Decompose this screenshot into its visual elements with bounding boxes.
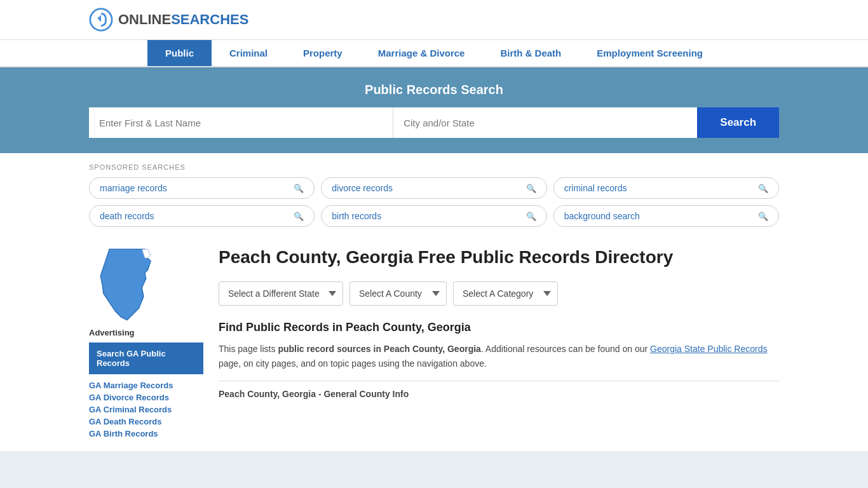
search-icon: 🔍 (526, 184, 536, 193)
main-nav: Public Criminal Property Marriage & Divo… (0, 40, 868, 67)
sidebar-ad-label: Advertising (89, 328, 203, 337)
georgia-state-link[interactable]: Georgia State Public Records (650, 344, 767, 354)
search-form: Search (89, 107, 779, 138)
sidebar-link-marriage[interactable]: GA Marriage Records (89, 381, 203, 390)
sponsored-pill-criminal[interactable]: criminal records 🔍 (553, 177, 779, 199)
sponsored-pill-background[interactable]: background search 🔍 (553, 205, 779, 227)
sidebar-link-birth[interactable]: GA Birth Records (89, 429, 203, 438)
header: ONLINESEARCHES (0, 0, 868, 40)
main-content: Advertising Search GA Public Records GA … (0, 233, 868, 451)
category-dropdown[interactable]: Select A Category (453, 281, 558, 306)
sponsored-grid: marriage records 🔍 divorce records 🔍 cri… (89, 177, 779, 227)
sponsored-pill-divorce[interactable]: divorce records 🔍 (321, 177, 546, 199)
search-banner: Public Records Search Search (0, 67, 868, 153)
sponsored-pill-death[interactable]: death records 🔍 (89, 205, 315, 227)
sponsored-pill-marriage[interactable]: marriage records 🔍 (89, 177, 315, 199)
page-content: Peach County, Georgia Free Public Record… (219, 233, 779, 451)
sponsored-label: SPONSORED SEARCHES (89, 163, 779, 171)
location-input[interactable] (393, 107, 697, 138)
logo-icon (89, 8, 113, 32)
georgia-map (89, 243, 165, 326)
search-icon: 🔍 (758, 184, 768, 193)
search-icon: 🔍 (294, 212, 304, 221)
sponsored-area: SPONSORED SEARCHES marriage records 🔍 di… (0, 153, 868, 233)
logo-text: ONLINESEARCHES (118, 11, 248, 28)
county-dropdown[interactable]: Select A County (349, 281, 447, 306)
sponsored-pill-birth[interactable]: birth records 🔍 (321, 205, 546, 227)
nav-marriage-divorce[interactable]: Marriage & Divorce (360, 40, 483, 66)
page-title: Peach County, Georgia Free Public Record… (219, 246, 779, 269)
sidebar-link-divorce[interactable]: GA Divorce Records (89, 393, 203, 402)
nav-employment[interactable]: Employment Screening (579, 40, 721, 66)
search-button[interactable]: Search (697, 107, 779, 138)
sidebar-link-criminal[interactable]: GA Criminal Records (89, 405, 203, 414)
search-icon: 🔍 (526, 212, 536, 221)
search-icon: 🔍 (294, 184, 304, 193)
search-icon: 🔍 (758, 212, 768, 221)
search-banner-title: Public Records Search (89, 83, 779, 97)
description-text: This page lists public record sources in… (219, 342, 779, 370)
state-dropdown[interactable]: Select a Different State (219, 281, 343, 306)
sidebar-ad-box[interactable]: Search GA Public Records (89, 342, 203, 374)
sidebar-link-death[interactable]: GA Death Records (89, 417, 203, 426)
nav-property[interactable]: Property (285, 40, 360, 66)
sidebar: Advertising Search GA Public Records GA … (89, 233, 203, 451)
nav-birth-death[interactable]: Birth & Death (482, 40, 579, 66)
nav-criminal[interactable]: Criminal (212, 40, 285, 66)
find-title: Find Public Records in Peach County, Geo… (219, 321, 779, 334)
dropdowns-row: Select a Different State Select A County… (219, 281, 779, 306)
county-section-title: Peach County, Georgia - General County I… (219, 381, 779, 399)
logo: ONLINESEARCHES (89, 8, 248, 32)
name-input[interactable] (89, 107, 393, 138)
nav-public[interactable]: Public (147, 40, 212, 66)
